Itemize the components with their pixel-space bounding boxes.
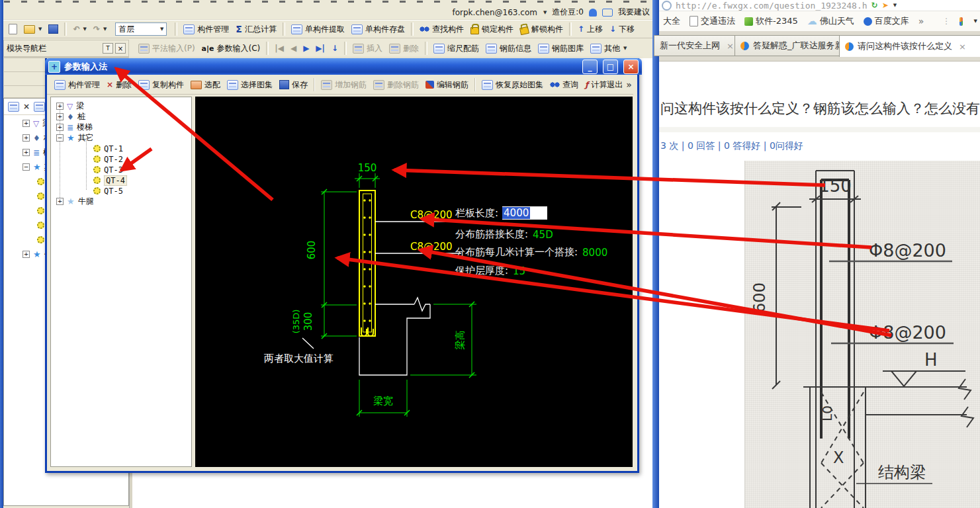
dlg-query-button[interactable]: 查询 bbox=[547, 78, 582, 92]
floor-select[interactable]: 首层 ▼ bbox=[115, 22, 167, 36]
pin-icon[interactable]: T bbox=[103, 43, 113, 54]
bookmark-2345[interactable]: 软件-2345 bbox=[744, 15, 798, 27]
delete-row-button[interactable]: 删除 bbox=[386, 42, 422, 56]
scale-rebar-button[interactable]: 缩尺配筋 bbox=[430, 42, 482, 56]
dots-menu-icon[interactable]: ⋮ bbox=[942, 17, 950, 26]
summary-calc-button[interactable]: Σ汇总计算 bbox=[232, 22, 280, 36]
dlg-delete-button[interactable]: ×删除 bbox=[103, 78, 135, 92]
apps-grid-icon[interactable] bbox=[959, 17, 962, 26]
param-value[interactable]: 15 bbox=[513, 265, 525, 277]
expand-icon[interactable]: + bbox=[22, 149, 30, 156]
tab-glodon-qa[interactable]: 答疑解惑_广联达服务新干 × bbox=[735, 35, 847, 56]
suggest-link[interactable]: 我要建议 bbox=[618, 7, 650, 18]
account-email[interactable]: forpk.chen@163.com bbox=[453, 8, 537, 17]
dlg-atlas-button[interactable]: 选择图集 bbox=[224, 78, 276, 92]
lock-component-button[interactable]: 锁定构件 bbox=[467, 22, 517, 36]
move-up-button[interactable]: ↑上移 bbox=[574, 22, 606, 36]
dlg-del-rebar-button[interactable]: 删除钢筋 bbox=[370, 78, 422, 92]
rebar-library-button[interactable]: 钢筋图库 bbox=[535, 42, 587, 56]
toolbar-more[interactable]: » bbox=[626, 79, 632, 90]
next-button[interactable]: ▶ bbox=[300, 42, 312, 54]
bookmark-baidu[interactable]: 百度文库 bbox=[864, 15, 909, 27]
dlg-exit-button[interactable]: ƒ计算退出 bbox=[582, 78, 626, 92]
extract-component-button[interactable]: 单构件提取 bbox=[288, 22, 348, 36]
tree-item-bracket[interactable]: 牛腿 bbox=[78, 196, 94, 207]
nav-delete-icon[interactable]: × bbox=[23, 102, 30, 111]
expand-icon[interactable]: + bbox=[56, 103, 64, 110]
new-button[interactable] bbox=[5, 22, 21, 36]
account-caret-icon[interactable]: ▼ bbox=[543, 10, 547, 15]
bookmark-daquan[interactable]: 大全 bbox=[663, 15, 680, 27]
expand-icon[interactable]: + bbox=[22, 120, 30, 127]
tree-item-qt3[interactable]: QT-3 bbox=[104, 165, 123, 175]
dlg-edit-rebar-button[interactable]: 编辑钢筋 bbox=[422, 78, 472, 92]
undo-button[interactable]: ↶▼ bbox=[69, 23, 89, 35]
tree-item-stair[interactable]: 楼梯 bbox=[77, 122, 93, 133]
open-button[interactable]: ▼ bbox=[21, 24, 45, 35]
tree-item-qt2[interactable]: QT-2 bbox=[104, 155, 123, 164]
panel-splitter[interactable] bbox=[129, 471, 132, 508]
minimize-button[interactable]: _ bbox=[582, 60, 598, 74]
expand-icon[interactable]: + bbox=[56, 113, 64, 120]
tree-item-beam[interactable]: 梁 bbox=[76, 101, 84, 112]
tree-item-other[interactable]: 其它 bbox=[78, 132, 94, 144]
pingfa-input-button[interactable]: 平法输入(P) bbox=[135, 42, 199, 56]
nav-manage-icon[interactable] bbox=[8, 102, 19, 112]
save-button[interactable] bbox=[45, 23, 62, 35]
param-input-button[interactable]: a|e参数输入(C) bbox=[199, 42, 264, 56]
tab-close-icon[interactable]: × bbox=[959, 42, 966, 52]
url-text[interactable]: http://e.fwxgx.com/question_1923248.h bbox=[676, 1, 868, 11]
dlg-save-button[interactable]: 保存 bbox=[276, 78, 311, 92]
close-button[interactable]: × bbox=[623, 60, 639, 74]
expand-icon[interactable]: − bbox=[22, 163, 30, 171]
dialog-titlebar[interactable]: + 参数输入法 _ □ × bbox=[45, 58, 642, 75]
dlg-copy-button[interactable]: 复制构件 bbox=[135, 78, 187, 92]
insert-button[interactable]: 插入 bbox=[349, 42, 386, 56]
param-value[interactable]: 8000 bbox=[582, 247, 607, 259]
apps-caret-icon[interactable]: ▼ bbox=[974, 19, 977, 24]
expand-icon[interactable]: + bbox=[56, 198, 64, 205]
expand-icon[interactable]: + bbox=[56, 124, 64, 131]
down-nav-button[interactable]: ↓ bbox=[328, 42, 341, 54]
tree-item-qt1[interactable]: QT-1 bbox=[104, 144, 123, 153]
cad-canvas[interactable]: 150 600 300 (35D) 梁高 梁宽 bbox=[195, 97, 633, 467]
first-button[interactable]: |◀ bbox=[271, 42, 287, 54]
tab-close-icon[interactable]: × bbox=[727, 41, 734, 51]
length-input[interactable]: 4000 bbox=[502, 206, 547, 220]
dlg-add-rebar-button[interactable]: 增加钢筋 bbox=[318, 78, 370, 92]
reload-icon[interactable]: ↻ bbox=[871, 1, 878, 10]
expand-icon[interactable]: + bbox=[22, 251, 30, 258]
tab-safe-web[interactable]: 新一代安全上网 × bbox=[654, 35, 742, 56]
dlg-match-button[interactable]: 选配 bbox=[187, 78, 224, 92]
tab-question[interactable]: 请问这构件该按什么定义 × bbox=[839, 35, 980, 57]
save-component-button[interactable]: 单构件存盘 bbox=[348, 22, 408, 36]
bookmarks-more[interactable]: » bbox=[918, 16, 924, 26]
expand-icon[interactable]: + bbox=[22, 134, 30, 142]
component-manage-button[interactable]: 构件管理 bbox=[180, 22, 232, 36]
expand-icon[interactable]: − bbox=[56, 134, 64, 142]
maximize-button[interactable]: □ bbox=[603, 60, 618, 74]
refresh-icon[interactable] bbox=[662, 1, 672, 11]
close-panel-icon[interactable]: × bbox=[115, 43, 126, 54]
url-caret-icon[interactable]: ▼ bbox=[893, 3, 897, 8]
tree-item-qt5[interactable]: QT-5 bbox=[104, 187, 123, 196]
dlg-component-manage-button[interactable]: 构件管理 bbox=[51, 78, 103, 92]
dlg-restore-button[interactable]: 恢复原始图集 bbox=[478, 78, 547, 92]
chat-icon[interactable] bbox=[602, 9, 613, 17]
go-icon[interactable]: ➤ bbox=[882, 1, 889, 10]
bookmark-weather[interactable]: ☁佛山天气 bbox=[807, 15, 854, 27]
rebar-info-button[interactable]: 钢筋信息 bbox=[482, 42, 535, 56]
last-button[interactable]: ▶| bbox=[312, 42, 328, 54]
tree-item-pile[interactable]: 桩 bbox=[77, 111, 85, 122]
nav-copy-icon[interactable] bbox=[34, 102, 45, 112]
other-button[interactable]: 其他▼ bbox=[587, 42, 630, 56]
tree-item-qt4[interactable]: QT-4 bbox=[104, 175, 127, 186]
redo-button[interactable]: ↷▼ bbox=[90, 23, 110, 35]
move-down-button[interactable]: ↓下移 bbox=[606, 22, 638, 36]
bell-icon[interactable] bbox=[589, 9, 597, 17]
prev-button[interactable]: ◀ bbox=[287, 42, 300, 54]
find-component-button[interactable]: 查找构件 bbox=[416, 22, 467, 36]
bookmark-traffic[interactable]: 交通违法 bbox=[690, 15, 735, 27]
param-value[interactable]: 45D bbox=[533, 229, 553, 241]
unlock-component-button[interactable]: 解锁构件 bbox=[517, 22, 566, 36]
